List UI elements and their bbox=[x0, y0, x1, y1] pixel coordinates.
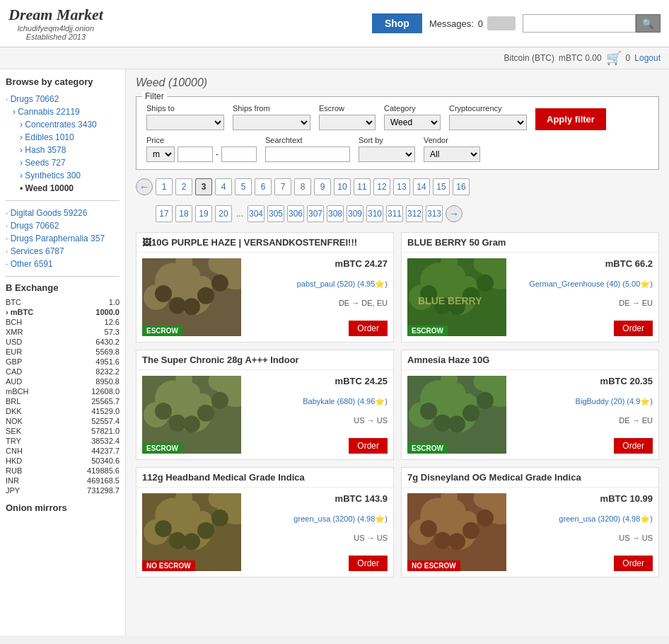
exchange-rate-row: USD6430.2 bbox=[6, 337, 120, 347]
product-shipping: US → US bbox=[247, 534, 388, 542]
pagination-page[interactable]: 10 bbox=[334, 178, 351, 195]
pagination-page[interactable]: 13 bbox=[393, 178, 410, 195]
pagination-page[interactable]: 306 bbox=[287, 205, 304, 222]
product-body: ESCROWmBTC 20.35BigBuddy (20) (4.9⭐)DE →… bbox=[402, 370, 658, 459]
pagination-page[interactable]: 310 bbox=[366, 205, 383, 222]
sidebar-item[interactable]: · Drugs 70662 bbox=[6, 219, 120, 232]
price-min-input[interactable] bbox=[178, 146, 213, 162]
order-button[interactable]: Order bbox=[349, 556, 388, 571]
escrow-select[interactable] bbox=[319, 115, 376, 130]
exchange-rate-row: BCH12.6 bbox=[6, 317, 120, 327]
pagination-page[interactable]: 309 bbox=[347, 205, 363, 222]
order-button[interactable]: Order bbox=[614, 438, 653, 454]
order-button[interactable]: Order bbox=[349, 321, 388, 336]
pagination-page[interactable]: 20 bbox=[215, 205, 232, 222]
pagination-page[interactable]: 311 bbox=[386, 205, 403, 222]
pagination-page[interactable]: 16 bbox=[453, 178, 470, 195]
shop-button[interactable]: Shop bbox=[372, 13, 422, 33]
pagination-page[interactable]: 11 bbox=[354, 178, 371, 195]
sidebar-item[interactable]: • Weed 10000 bbox=[6, 182, 120, 195]
sidebar-item[interactable]: · Services 6787 bbox=[6, 245, 120, 258]
product-vendor[interactable]: green_usa (3200) (4.98⭐) bbox=[512, 514, 653, 524]
product-info: mBTC 143.9green_usa (3200) (4.98⭐)US → U… bbox=[247, 493, 388, 571]
sort-by-select[interactable] bbox=[359, 146, 415, 162]
pagination-page[interactable]: 15 bbox=[433, 178, 450, 195]
pagination-page[interactable]: 308 bbox=[327, 205, 344, 222]
cart-icon[interactable]: 🛒 bbox=[606, 50, 622, 66]
main-layout: Browse by category · Drugs 70662› Cannab… bbox=[0, 69, 669, 636]
order-button[interactable]: Order bbox=[349, 438, 388, 454]
pagination-page[interactable]: 4 bbox=[215, 178, 232, 195]
apply-filter-button[interactable]: Apply filter bbox=[535, 108, 606, 130]
pagination-page[interactable]: 307 bbox=[307, 205, 324, 222]
pagination-page[interactable]: 5 bbox=[235, 178, 252, 195]
product-vendor[interactable]: BigBuddy (20) (4.9⭐) bbox=[512, 397, 653, 406]
product-vendor[interactable]: German_Greenhouse (40) (5.00⭐) bbox=[512, 280, 653, 289]
pagination-prev[interactable]: ← bbox=[136, 178, 153, 195]
pagination-page[interactable]: 18 bbox=[175, 205, 192, 222]
price-max-input[interactable] bbox=[221, 146, 257, 162]
pagination-page[interactable]: 17 bbox=[156, 205, 173, 222]
category-select[interactable]: Weed bbox=[384, 115, 441, 130]
ships-to-select[interactable] bbox=[146, 115, 224, 130]
product-body: NO ESCROWmBTC 10.99green_usa (3200) (4.9… bbox=[402, 488, 658, 577]
currency-value: 41529.0 bbox=[91, 407, 120, 415]
pagination-page[interactable]: 2 bbox=[175, 178, 192, 195]
pagination-page[interactable]: 7 bbox=[274, 178, 291, 195]
sidebar-item[interactable]: › Concentrates 3430 bbox=[6, 118, 120, 131]
pagination-page[interactable]: 305 bbox=[267, 205, 284, 222]
pagination-page[interactable]: 313 bbox=[426, 205, 443, 222]
ships-from-select[interactable] bbox=[233, 115, 310, 130]
pagination-page[interactable]: 6 bbox=[255, 178, 272, 195]
escrow-badge: ESCROW bbox=[142, 443, 182, 454]
currency-label: AUD bbox=[6, 377, 22, 386]
product-image: NO ESCROW bbox=[407, 493, 506, 571]
pagination-page[interactable]: 12 bbox=[373, 178, 390, 195]
pagination-page[interactable]: 304 bbox=[248, 205, 264, 222]
pagination-page[interactable]: 312 bbox=[406, 205, 423, 222]
sidebar-item[interactable]: › Cannabis 22119 bbox=[6, 105, 120, 118]
searchtext-input[interactable] bbox=[265, 146, 350, 162]
exchange-rate-row: BTC1.0 bbox=[6, 297, 120, 307]
currency-value: 25565.7 bbox=[91, 397, 120, 406]
product-image: NO ESCROW bbox=[142, 493, 241, 571]
vendor-select[interactable]: All bbox=[424, 146, 480, 162]
currency-value: 731298.7 bbox=[87, 486, 120, 495]
order-button[interactable]: Order bbox=[614, 321, 653, 336]
sidebar-item[interactable]: › Edibles 1010 bbox=[6, 131, 120, 144]
currency-value: 38532.4 bbox=[91, 437, 120, 445]
sidebar-item[interactable]: · Digital Goods 59226 bbox=[6, 207, 120, 219]
pagination-next[interactable]: → bbox=[446, 205, 463, 222]
pagination-page[interactable]: 19 bbox=[195, 205, 212, 222]
price-currency-select[interactable]: mt bbox=[146, 146, 175, 162]
pagination-page[interactable]: 14 bbox=[413, 178, 430, 195]
sidebar-item[interactable]: · Other 6591 bbox=[6, 258, 120, 270]
order-button[interactable]: Order bbox=[614, 556, 653, 571]
sidebar-categories2: · Digital Goods 59226· Drugs 70662· Drug… bbox=[6, 207, 120, 270]
cryptocurrency-select[interactable] bbox=[449, 115, 527, 130]
exchange-rates: BTC1.0› mBTC1000.0BCH12.6XMR57.3USD6430.… bbox=[6, 297, 120, 495]
pagination-page[interactable]: 8 bbox=[294, 178, 311, 195]
currency-label: CAD bbox=[6, 367, 22, 376]
search-button[interactable]: 🔍 bbox=[636, 14, 661, 33]
currency-value: 469168.5 bbox=[87, 476, 120, 485]
sidebar-item[interactable]: · Drugs Paraphernalia 357 bbox=[6, 232, 120, 245]
logout-button[interactable]: Logout bbox=[634, 53, 661, 63]
pagination-page[interactable]: 3 bbox=[195, 178, 212, 195]
sidebar-item[interactable]: · Drugs 70662 bbox=[6, 93, 120, 105]
product-card: The Super Chronic 28g A+++ IndoorESCROWm… bbox=[136, 350, 394, 460]
product-vendor[interactable]: pabst_paul (520) (4.95⭐) bbox=[247, 280, 388, 289]
messages-label: Messages: bbox=[429, 18, 474, 29]
price-separator: - bbox=[216, 149, 219, 159]
sidebar-item[interactable]: › Hash 3578 bbox=[6, 144, 120, 156]
product-vendor[interactable]: green_usa (3200) (4.98⭐) bbox=[247, 514, 388, 524]
sidebar-item[interactable]: › Synthetics 300 bbox=[6, 169, 120, 182]
search-input[interactable] bbox=[523, 14, 636, 33]
pagination-page[interactable]: 1 bbox=[156, 178, 173, 195]
currency-label: GBP bbox=[6, 357, 22, 366]
pagination-page[interactable]: 9 bbox=[314, 178, 331, 195]
sidebar-item[interactable]: › Seeds 727 bbox=[6, 156, 120, 169]
product-vendor[interactable]: Babykale (680) (4.96⭐) bbox=[247, 397, 388, 406]
messages-area: Messages: 0 bbox=[429, 16, 516, 30]
ships-from-label: Ships from bbox=[233, 104, 310, 113]
